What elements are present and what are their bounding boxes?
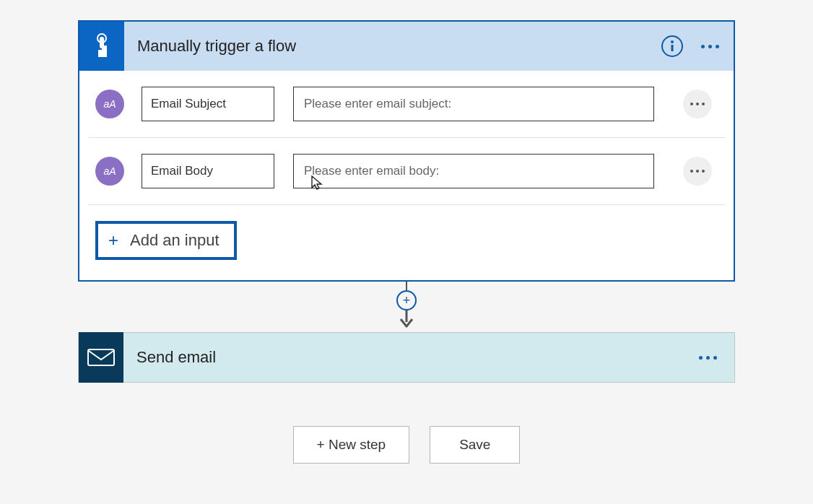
connector: + xyxy=(78,282,735,332)
action-more-menu[interactable] xyxy=(699,356,717,360)
svg-rect-5 xyxy=(88,349,114,365)
input-name-field[interactable] xyxy=(142,154,274,188)
input-row-menu[interactable] xyxy=(683,157,712,186)
input-row-menu[interactable] xyxy=(683,90,712,118)
input-prompt-field[interactable] xyxy=(293,154,654,188)
text-type-icon: aA xyxy=(95,157,124,186)
new-step-button[interactable]: + New step xyxy=(293,426,410,464)
svg-rect-3 xyxy=(671,45,674,51)
footer-buttons: + New step Save xyxy=(78,426,735,464)
text-type-icon: aA xyxy=(95,90,124,118)
pointer-tap-icon xyxy=(79,22,124,71)
trigger-card: Manually trigger a flow aA xyxy=(78,20,735,282)
envelope-icon xyxy=(79,332,123,383)
insert-step-button[interactable]: + xyxy=(396,290,417,310)
input-row: aA xyxy=(88,138,725,205)
add-input-button[interactable]: + Add an input xyxy=(95,221,237,260)
action-card[interactable]: Send email xyxy=(78,332,735,383)
trigger-body: aA aA + Add an input xyxy=(79,71,734,280)
trigger-title: Manually trigger a flow xyxy=(124,37,296,56)
arrow-down-icon xyxy=(399,309,414,328)
svg-point-2 xyxy=(671,40,674,43)
info-icon[interactable] xyxy=(661,35,683,57)
svg-rect-1 xyxy=(100,37,104,48)
flow-designer-canvas: Manually trigger a flow aA xyxy=(0,0,813,504)
add-input-label: Add an input xyxy=(130,231,219,250)
plus-icon: + xyxy=(108,232,118,249)
save-button[interactable]: Save xyxy=(430,426,520,464)
trigger-header[interactable]: Manually trigger a flow xyxy=(79,22,734,71)
input-name-field[interactable] xyxy=(142,87,274,121)
trigger-more-menu[interactable] xyxy=(699,35,721,57)
input-row: aA xyxy=(88,71,725,138)
input-prompt-field[interactable] xyxy=(293,87,654,121)
action-title: Send email xyxy=(123,348,216,367)
